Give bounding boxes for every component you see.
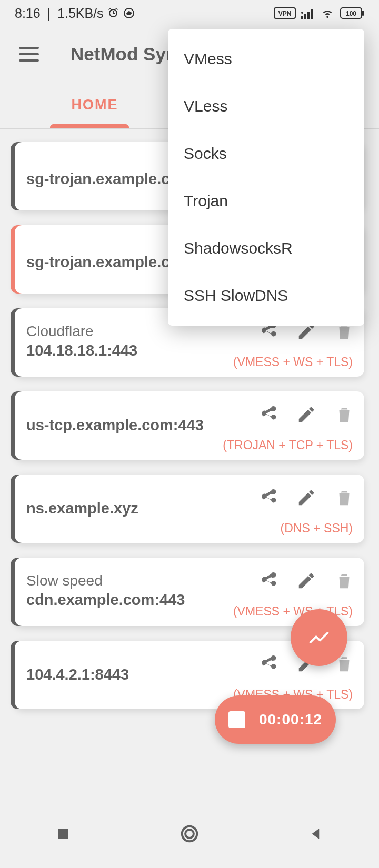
edit-icon[interactable] — [296, 404, 317, 425]
share-icon[interactable] — [258, 404, 279, 425]
battery-icon: 100 — [340, 7, 364, 19]
vpn-icon: VPN — [274, 7, 296, 19]
status-bar: 8:16 | 1.5KB/s VPN 100 — [0, 0, 379, 26]
nav-back[interactable] — [303, 821, 328, 846]
svg-rect-6 — [311, 9, 313, 19]
server-card[interactable]: ns.example.xyz (DNS + SSH) — [15, 475, 364, 543]
android-nav-bar — [0, 800, 379, 868]
svg-rect-9 — [362, 11, 364, 16]
svg-rect-5 — [307, 12, 310, 19]
svg-rect-10 — [58, 829, 68, 839]
nav-home[interactable] — [177, 821, 202, 846]
connection-timer: 00:00:12 — [259, 711, 322, 728]
delete-icon[interactable] — [334, 404, 355, 425]
stop-icon — [228, 711, 245, 728]
battery-text: 100 — [346, 10, 356, 17]
nav-recent[interactable] — [51, 821, 76, 846]
svg-rect-3 — [301, 16, 303, 19]
alarm-icon — [107, 7, 119, 19]
menu-item-shadowsocksr[interactable]: ShadowsocksR — [168, 225, 364, 272]
menu-button[interactable] — [19, 47, 39, 62]
status-divider: | — [44, 6, 54, 21]
stats-fab[interactable] — [291, 609, 347, 666]
edit-icon[interactable] — [296, 487, 317, 508]
status-time: 8:16 — [15, 6, 41, 21]
share-icon[interactable] — [258, 570, 279, 591]
menu-item-vless[interactable]: VLess — [168, 83, 364, 130]
menu-item-socks[interactable]: Socks — [168, 130, 364, 177]
delete-icon[interactable] — [334, 570, 355, 591]
tab-indicator — [50, 124, 129, 128]
server-card[interactable]: us-tcp.example.com:443 (TROJAN + TCP + T… — [15, 391, 364, 460]
server-protocol: (VMESS + WS + TLS) — [233, 355, 353, 369]
svg-point-12 — [185, 830, 194, 838]
menu-item-ssh-slowdns[interactable]: SSH SlowDNS — [168, 272, 364, 319]
signal-icon — [301, 7, 315, 19]
svg-text:VPN: VPN — [278, 10, 292, 17]
svg-point-7 — [301, 12, 303, 14]
svg-rect-4 — [304, 14, 306, 19]
menu-item-vmess[interactable]: VMess — [168, 35, 364, 83]
server-protocol: (TROJAN + TCP + TLS) — [223, 438, 353, 452]
server-protocol: (DNS + SSH) — [281, 521, 353, 536]
tab-home[interactable]: HOME — [0, 97, 190, 113]
wifi-icon — [320, 7, 335, 19]
share-icon[interactable] — [258, 653, 279, 674]
protocol-menu: VMess VLess Socks Trojan ShadowsocksR SS… — [168, 29, 364, 326]
share-icon[interactable] — [258, 487, 279, 508]
svg-point-11 — [182, 826, 197, 842]
connection-fab[interactable]: 00:00:12 — [215, 695, 336, 744]
status-rate: 1.5KB/s — [57, 6, 104, 21]
weather-icon — [123, 7, 135, 19]
delete-icon[interactable] — [334, 487, 355, 508]
edit-icon[interactable] — [296, 570, 317, 591]
menu-item-trojan[interactable]: Trojan — [168, 177, 364, 225]
